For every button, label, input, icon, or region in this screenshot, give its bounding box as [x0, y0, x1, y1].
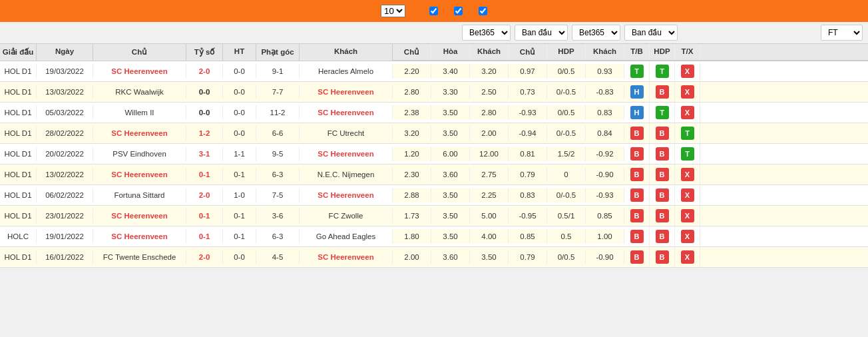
cell-tx: X — [675, 82, 700, 102]
col-score: Tỷ số — [186, 44, 223, 61]
header-bar: 101520 — [0, 0, 868, 22]
cell-ht: 0-0 — [223, 85, 256, 99]
cell-hdp2: B — [650, 247, 675, 267]
table-row: HOL D1 13/03/2022 RKC Waalwijk 0-0 0-0 7… — [0, 82, 868, 103]
cell-tx: X — [675, 165, 700, 184]
cell-khach: 4.00 — [470, 229, 509, 244]
cell-chu2: 0.79 — [509, 167, 547, 182]
cell-khach: 12.00 — [470, 147, 509, 161]
cell-corner: 6-3 — [256, 229, 300, 244]
bet365-select-2[interactable]: Bet365 — [572, 25, 620, 41]
column-headers: Giải đấu Ngày Chủ Tỷ số HT Phạt góc Khác… — [0, 44, 868, 61]
cell-khach: 2.00 — [470, 126, 509, 141]
cell-khach2: 1.00 — [586, 229, 624, 244]
cell-corner: 3-6 — [256, 208, 300, 223]
cell-tb: B — [624, 247, 650, 267]
cell-hdp: 0/0.5 — [547, 250, 586, 264]
cell-hdp: 1.5/2 — [547, 147, 586, 161]
cell-league: HOL D1 — [0, 208, 37, 223]
cell-score: 0-1 — [186, 167, 223, 182]
filter-row: Bet365 Ban đầu Bet365 Ban đầu FT — [0, 22, 868, 44]
cell-hoa: 6.00 — [431, 147, 470, 161]
cell-hdp: 0/-0.5 — [547, 188, 586, 202]
col-corner: Phạt góc — [256, 44, 300, 61]
col-date: Ngày — [37, 44, 93, 61]
cell-home: SC Heerenveen — [93, 167, 186, 182]
sub-col-khach2: Khách — [586, 44, 624, 60]
cell-home: FC Twente Enschede — [93, 250, 186, 264]
cell-hoa: 3.50 — [431, 229, 470, 244]
cell-hoa: 3.50 — [431, 105, 470, 120]
cell-date: 06/02/2022 — [37, 188, 93, 202]
table-body: HOL D1 19/03/2022 SC Heerenveen 2-0 0-0 … — [0, 61, 868, 268]
cell-chu: 1.73 — [393, 208, 431, 223]
cell-chu2: 0.81 — [509, 147, 547, 161]
cell-corner: 7-5 — [256, 188, 300, 202]
cell-tx: X — [675, 185, 700, 205]
cell-chu: 2.20 — [393, 64, 431, 79]
cell-tb: H — [624, 82, 650, 102]
cell-chu2: -0.94 — [509, 126, 547, 141]
cell-score: 0-0 — [186, 85, 223, 99]
count-select[interactable]: 101520 — [381, 5, 405, 17]
cell-ht: 0-1 — [223, 167, 256, 182]
cell-hoa: 3.50 — [431, 126, 470, 141]
table-row: HOL D1 23/01/2022 SC Heerenveen 0-1 0-1 … — [0, 206, 868, 226]
holc-checkbox[interactable] — [479, 7, 487, 15]
hol-d1-checkbox[interactable] — [454, 7, 463, 15]
cell-date: 19/03/2022 — [37, 64, 93, 79]
cell-date: 23/01/2022 — [37, 208, 93, 223]
bet365-select-1[interactable]: Bet365 — [462, 25, 511, 41]
cell-chu2: -0.93 — [509, 105, 547, 120]
cell-tb: B — [624, 206, 650, 226]
cell-hdp2: T — [650, 103, 675, 123]
cell-tx: X — [675, 206, 700, 226]
cell-away: FC Utrecht — [300, 126, 393, 141]
cell-away: Go Ahead Eagles — [300, 229, 393, 244]
table-row: HOL D1 16/01/2022 FC Twente Enschede 2-0… — [0, 247, 868, 268]
cell-chu2: 0.85 — [509, 229, 547, 244]
col-away: Khách — [300, 44, 393, 61]
cell-khach2: -0.90 — [586, 250, 624, 264]
cell-hoa: 3.30 — [431, 85, 470, 99]
cell-away: SC Heerenveen — [300, 147, 393, 161]
cell-chu: 2.30 — [393, 167, 431, 182]
sub-col-hdp2: HDP — [650, 44, 675, 60]
cell-tb: B — [624, 165, 650, 184]
cell-score: 0-0 — [186, 105, 223, 120]
cell-away: SC Heerenveen — [300, 188, 393, 202]
cell-score: 2-0 — [186, 250, 223, 264]
cell-khach2: -0.90 — [586, 167, 624, 182]
cell-tx: X — [675, 226, 700, 246]
ha-same-checkbox[interactable] — [429, 7, 438, 15]
cell-khach2: 0.83 — [586, 105, 624, 120]
sub-col-chu2: Chủ — [509, 44, 547, 60]
cell-hdp2: B — [650, 206, 675, 226]
ban-dau-select-2[interactable]: Ban đầu — [624, 25, 678, 41]
cell-khach: 3.20 — [470, 64, 509, 79]
ft-select[interactable]: FT — [821, 25, 863, 41]
ban-dau-select-1[interactable]: Ban đầu — [515, 25, 568, 41]
cell-hoa: 3.50 — [431, 188, 470, 202]
cell-ht: 0-0 — [223, 64, 256, 79]
cell-corner: 6-6 — [256, 126, 300, 141]
cell-league: HOL D1 — [0, 167, 37, 182]
cell-hoa: 3.40 — [431, 64, 470, 79]
cell-hdp2: B — [650, 144, 675, 164]
cell-chu: 2.38 — [393, 105, 431, 120]
cell-hdp: 0.5 — [547, 229, 586, 244]
cell-chu: 1.80 — [393, 229, 431, 244]
cell-chu: 2.88 — [393, 188, 431, 202]
cell-khach: 2.80 — [470, 105, 509, 120]
cell-khach2: -0.92 — [586, 147, 624, 161]
cell-khach2: 0.93 — [586, 64, 624, 79]
cell-khach: 2.50 — [470, 85, 509, 99]
cell-ht: 1-1 — [223, 147, 256, 161]
cell-tb: B — [624, 226, 650, 246]
cell-tx: T — [675, 144, 700, 164]
sub-col-tx: T/X — [675, 44, 700, 60]
cell-chu: 1.20 — [393, 147, 431, 161]
cell-league: HOLC — [0, 229, 37, 244]
cell-ht: 0-1 — [223, 208, 256, 223]
cell-khach2: 0.84 — [586, 126, 624, 141]
